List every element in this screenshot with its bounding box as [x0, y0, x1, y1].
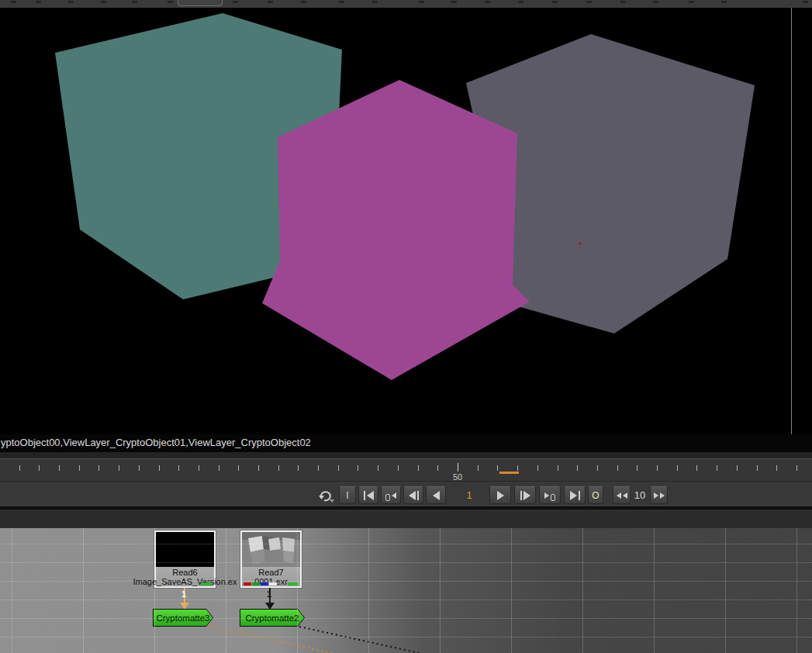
timeline-tick: [537, 465, 538, 471]
grid-line: [725, 528, 726, 653]
next-keyframe-button[interactable]: [539, 486, 561, 504]
timeline-ruler[interactable]: 50: [0, 458, 812, 482]
timeline-tick: [558, 465, 558, 471]
read7-channel-green: [252, 582, 260, 586]
timeline-tick: [696, 465, 697, 471]
previous-keyframe-button[interactable]: [381, 486, 401, 504]
timeline-tick: [398, 465, 399, 471]
timeline-tick: [238, 465, 239, 471]
in-out-range-button[interactable]: I: [339, 486, 356, 504]
step-forward-icon: [520, 491, 522, 500]
toolbar-mark: [268, 1, 273, 3]
decrement-frame-button[interactable]: [613, 486, 631, 504]
increment-icon: [654, 492, 658, 499]
current-frame-display[interactable]: 1: [454, 486, 485, 504]
timeline-tick: [517, 465, 518, 471]
frame-range-lock-label: O: [592, 490, 599, 501]
grid-line: [0, 562, 812, 563]
timeline-tick: [278, 465, 279, 471]
toolbar-mark: [132, 1, 137, 3]
timeline-tick: [338, 465, 339, 471]
toolbar-mark: [451, 1, 457, 3]
timeline-tick: [437, 465, 438, 471]
timeline-tick: [39, 465, 40, 471]
toolbar-mark: [552, 1, 558, 3]
connection-dotted-black: [299, 627, 423, 653]
grid-line: [511, 528, 512, 653]
frame-increment-field[interactable]: 10: [631, 486, 649, 504]
toolbar-mark: [101, 1, 106, 3]
toolbar-mark: [233, 1, 238, 3]
playback-loop-mode-button[interactable]: [314, 486, 339, 504]
timeline-tick: [757, 465, 758, 471]
frame-range-lock-button[interactable]: O: [588, 486, 603, 504]
grid-line: [226, 528, 226, 653]
read7-channel-alpha: [269, 582, 277, 586]
grid-line: [0, 599, 812, 600]
play-backward-button[interactable]: [426, 486, 446, 504]
frame-increment-value: 10: [634, 489, 645, 501]
goto-end-button[interactable]: [564, 486, 586, 504]
grid-line: [297, 528, 298, 653]
decrement-icon: [617, 492, 621, 499]
grid-line: [0, 581, 812, 582]
grid-line: [368, 528, 369, 653]
timeline-tick: [119, 465, 119, 471]
step-back-icon: [409, 491, 416, 500]
play-forward-button[interactable]: [489, 486, 511, 504]
grid-line: [440, 528, 441, 653]
timeline-tick: [776, 465, 777, 471]
timeline-tick: [458, 463, 458, 472]
viewer-canvas[interactable]: [0, 8, 812, 434]
timeline-tick: [139, 465, 140, 471]
node-graph[interactable]: Read6 Image_SaveAS_Version.ex Read7 000: [0, 528, 812, 653]
read7-name: Read7: [242, 568, 300, 577]
nuke-application-window: yptoObject00,ViewLayer_CryptoObject01,Vi…: [0, 0, 812, 653]
toolbar-mark: [721, 1, 727, 3]
keyframe-icon: [385, 494, 390, 501]
toolbar-mark: [339, 1, 344, 3]
timeline-tick: [79, 465, 80, 471]
timeline-tick: [597, 465, 598, 471]
timeline-tick: [478, 465, 479, 471]
step-back-button[interactable]: [403, 486, 423, 504]
toolbar-mark: [168, 1, 173, 3]
toolbar-mark: [372, 1, 378, 3]
grid-line: [582, 528, 583, 653]
toolbar-mark: [36, 1, 41, 3]
timeline-tick: [219, 465, 219, 471]
goto-end-icon: [570, 491, 577, 500]
viewer-toolbar[interactable]: [0, 0, 812, 8]
timeline-tick: [378, 465, 378, 471]
connection-read7-arrowhead: [265, 603, 275, 610]
timeline-tick: [717, 465, 717, 471]
step-forward-button[interactable]: [514, 486, 536, 504]
timeline-tick: [159, 465, 160, 471]
timeline-tick: [418, 465, 419, 471]
node-read7[interactable]: Read7 0001.exr: [240, 530, 302, 588]
read7-channel-blue: [261, 582, 268, 586]
timeline-tick: [98, 465, 99, 471]
timeline-range-marker[interactable]: [499, 472, 519, 474]
timeline-tick: [637, 465, 638, 471]
read6-name: Read6: [156, 568, 214, 577]
connection-read6-label: 1: [181, 589, 186, 599]
timeline-tick: [178, 465, 179, 471]
timeline-tick: [199, 465, 199, 471]
toolbar-slider[interactable]: [178, 0, 223, 6]
increment-frame-button[interactable]: [650, 486, 668, 504]
connection-read6-arrowhead: [180, 603, 189, 610]
goto-start-button[interactable]: [358, 486, 378, 504]
read7-channel-red: [244, 582, 251, 586]
timeline-tick: [677, 465, 678, 471]
toolbar-mark: [586, 1, 592, 3]
goto-start-icon: [364, 491, 365, 500]
in-out-label: I: [346, 490, 348, 501]
toolbar-mark: [803, 1, 808, 3]
timeline-tick: [358, 465, 358, 471]
timeline-tick: [258, 465, 259, 471]
toolbar-mark: [653, 1, 658, 3]
grid-line: [0, 544, 812, 544]
timeline-tick: [657, 465, 658, 471]
toolbar-mark: [518, 1, 523, 3]
